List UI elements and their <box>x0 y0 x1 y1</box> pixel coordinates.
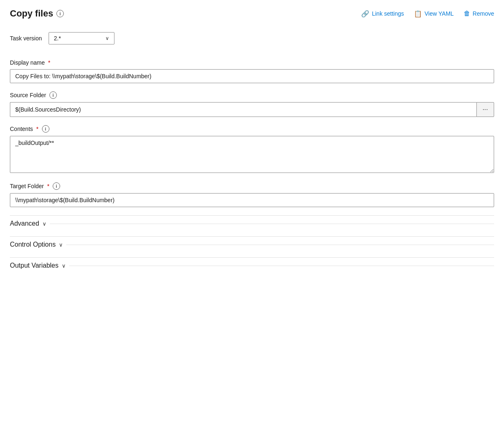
contents-label: Contents <box>10 126 33 132</box>
contents-label-row: Contents * i <box>10 125 494 133</box>
header-actions: 🔗 Link settings 📋 View YAML 🗑 Remove <box>361 10 494 18</box>
source-folder-label-row: Source Folder i <box>10 91 494 99</box>
control-options-divider-line <box>66 245 494 245</box>
output-variables-section[interactable]: Output Variables ∨ <box>10 257 494 273</box>
display-name-input[interactable] <box>10 69 494 83</box>
output-variables-label: Output Variables <box>10 262 58 269</box>
advanced-label: Advanced <box>10 220 39 227</box>
source-folder-ellipsis-button[interactable]: ··· <box>476 102 494 117</box>
display-name-label-row: Display name * <box>10 59 494 66</box>
source-folder-label: Source Folder <box>10 92 46 98</box>
ellipsis-icon: ··· <box>483 106 488 113</box>
task-version-chevron-icon: ∨ <box>105 35 109 41</box>
source-folder-info-icon[interactable]: i <box>49 91 57 99</box>
task-version-value: 2.* <box>54 35 61 42</box>
task-version-select[interactable]: 2.* ∨ <box>49 32 114 44</box>
advanced-section[interactable]: Advanced ∨ <box>10 215 494 231</box>
view-yaml-button[interactable]: 📋 View YAML <box>414 10 454 18</box>
output-variables-divider-line <box>69 266 494 266</box>
header: Copy files i 🔗 Link settings 📋 View YAML… <box>10 8 494 19</box>
view-yaml-label: View YAML <box>425 10 454 17</box>
target-folder-group: Target Folder * i <box>10 182 494 207</box>
header-left: Copy files i <box>10 8 64 19</box>
advanced-divider-line <box>50 224 494 224</box>
task-version-label: Task version <box>10 35 42 42</box>
target-folder-info-icon[interactable]: i <box>53 182 60 190</box>
source-folder-input[interactable] <box>10 102 476 117</box>
trash-icon: 🗑 <box>464 10 470 17</box>
title-info-icon[interactable]: i <box>56 10 64 17</box>
control-options-section[interactable]: Control Options ∨ <box>10 236 494 252</box>
target-folder-required: * <box>47 183 49 189</box>
link-settings-button[interactable]: 🔗 Link settings <box>361 10 404 18</box>
remove-button[interactable]: 🗑 Remove <box>464 10 494 17</box>
advanced-chevron-icon: ∨ <box>42 221 47 227</box>
control-options-chevron-icon: ∨ <box>59 242 63 248</box>
contents-textarea[interactable] <box>10 136 494 173</box>
clipboard-icon: 📋 <box>414 10 422 18</box>
page-title: Copy files <box>10 8 53 19</box>
link-settings-label: Link settings <box>372 10 404 17</box>
contents-required: * <box>36 126 38 132</box>
display-name-group: Display name * <box>10 59 494 83</box>
contents-info-icon[interactable]: i <box>42 125 49 133</box>
output-variables-chevron-icon: ∨ <box>62 263 66 269</box>
remove-label: Remove <box>473 10 494 17</box>
target-folder-input[interactable] <box>10 193 494 207</box>
source-folder-input-row: ··· <box>10 102 494 117</box>
task-version-row: Task version 2.* ∨ <box>10 32 494 44</box>
link-icon: 🔗 <box>361 10 369 18</box>
target-folder-label: Target Folder <box>10 183 44 189</box>
target-folder-label-row: Target Folder * i <box>10 182 494 190</box>
display-name-required: * <box>48 59 50 66</box>
control-options-label: Control Options <box>10 241 56 248</box>
display-name-label: Display name <box>10 59 45 66</box>
contents-group: Contents * i <box>10 125 494 174</box>
source-folder-group: Source Folder i ··· <box>10 91 494 117</box>
